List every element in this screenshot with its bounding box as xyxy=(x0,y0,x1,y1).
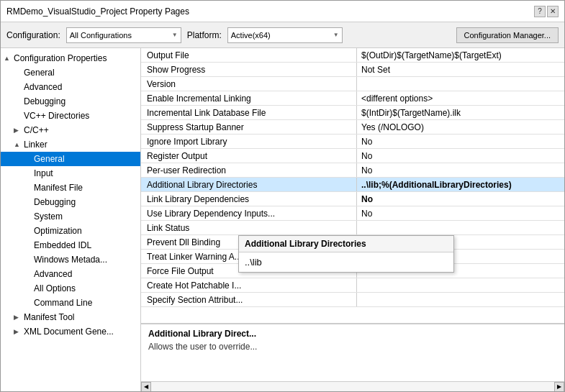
prop-row-7[interactable]: Register OutputNo xyxy=(141,149,564,163)
tree-label-xml-doc: XML Document Gene... xyxy=(24,327,114,337)
prop-value-8: No xyxy=(357,163,564,177)
main-content: ▲Configuration PropertiesGeneralAdvanced… xyxy=(1,48,564,391)
prop-row-12[interactable]: Link Status xyxy=(141,221,564,235)
tree-item-debugging[interactable]: Debugging xyxy=(1,94,140,109)
tree-item-linker-debugging[interactable]: Debugging xyxy=(1,195,140,209)
property-panel: Output File$(OutDir)$(TargetName)$(Targe… xyxy=(141,48,564,391)
tooltip-value: ..\lib xyxy=(239,252,453,272)
expand-icon-linker: ▲ xyxy=(14,141,24,148)
tree-item-linker-advanced[interactable]: Advanced xyxy=(1,267,140,281)
desc-title: Additional Library Direct... xyxy=(148,329,557,339)
expand-icon-manifest-tool: ▶ xyxy=(14,314,24,321)
prop-name-6: Ignore Import Library xyxy=(141,135,357,148)
prop-value-1: Not Set xyxy=(357,63,564,76)
title-bar: RMDemo_VisualStudio_Project Property Pag… xyxy=(1,1,564,22)
tree-label-linker-all-options: All Options xyxy=(34,283,76,293)
prop-value-7: No xyxy=(357,149,564,163)
prop-row-0[interactable]: Output File$(OutDir)$(TargetName)$(Targe… xyxy=(141,48,564,63)
prop-row-3[interactable]: Enable Incremental Linking<different opt… xyxy=(141,91,564,106)
prop-value-6: No xyxy=(357,135,564,148)
help-button[interactable]: ? xyxy=(534,6,546,17)
tree-item-linker-all-options[interactable]: All Options xyxy=(1,281,140,296)
tree-label-linker-advanced: Advanced xyxy=(34,269,72,279)
prop-name-11: Use Library Dependency Inputs... xyxy=(141,206,357,220)
configuration-dropdown[interactable]: All Configurations ▼ xyxy=(66,27,181,43)
expand-icon-xml-doc: ▶ xyxy=(14,328,24,335)
prop-name-10: Link Library Dependencies xyxy=(141,192,357,206)
tree-item-vc-dirs[interactable]: VC++ Directories xyxy=(1,109,140,123)
prop-name-4: Incremental Link Database File xyxy=(141,106,357,119)
desc-text: Allows the user to override... xyxy=(148,342,557,352)
tree-item-linker-manifest[interactable]: Manifest File xyxy=(1,181,140,195)
scroll-right-button[interactable]: ▶ xyxy=(554,382,564,392)
tree-label-debugging: Debugging xyxy=(24,96,65,106)
scroll-left-button[interactable]: ◀ xyxy=(141,382,151,392)
horizontal-scrollbar[interactable]: ◀ ▶ xyxy=(141,381,564,391)
prop-row-4[interactable]: Incremental Link Database File$(IntDir)$… xyxy=(141,106,564,120)
tree-item-linker[interactable]: ▲Linker xyxy=(1,137,140,152)
tree-label-linker-optimization: Optimization xyxy=(34,226,82,236)
tree-label-linker-general: General xyxy=(34,154,65,164)
scroll-track[interactable] xyxy=(151,382,554,392)
tree-label-general: General xyxy=(24,68,55,78)
tree-label-advanced: Advanced xyxy=(24,82,62,92)
configuration-manager-button[interactable]: Configuration Manager... xyxy=(456,27,559,43)
prop-row-10[interactable]: Link Library DependenciesNo xyxy=(141,192,564,206)
prop-row-17[interactable]: Specify Section Attribut... xyxy=(141,293,564,307)
prop-name-2: Version xyxy=(141,77,357,91)
tree-label-linker-command-line: Command Line xyxy=(34,298,92,308)
prop-name-5: Suppress Startup Banner xyxy=(141,120,357,134)
tree-item-c-cpp[interactable]: ▶C/C++ xyxy=(1,123,140,137)
close-button[interactable]: ✕ xyxy=(547,6,559,17)
prop-row-9[interactable]: Additional Library Directories..\lib;%(A… xyxy=(141,178,564,192)
tree-item-linker-windows-meta[interactable]: Windows Metada... xyxy=(1,252,140,267)
platform-dropdown-arrow: ▼ xyxy=(333,32,339,38)
prop-name-9: Additional Library Directories xyxy=(141,178,357,191)
tree-item-linker-general[interactable]: General xyxy=(1,152,140,166)
tree-item-general[interactable]: General xyxy=(1,65,140,80)
expand-icon-config-props: ▲ xyxy=(4,55,14,62)
tree-label-linker-system: System xyxy=(34,211,63,222)
tree-label-manifest-tool: Manifest Tool xyxy=(24,312,74,322)
title-buttons: ? ✕ xyxy=(534,6,559,17)
tree-item-advanced[interactable]: Advanced xyxy=(1,80,140,94)
tree-item-linker-input[interactable]: Input xyxy=(1,166,140,181)
prop-name-7: Register Output xyxy=(141,149,357,163)
tooltip-popup: Additional Library Directories ..\lib xyxy=(238,235,454,273)
tree-item-linker-embedded-idl[interactable]: Embedded IDL xyxy=(1,238,140,252)
main-window: RMDemo_VisualStudio_Project Property Pag… xyxy=(0,0,565,392)
tree-item-linker-optimization[interactable]: Optimization xyxy=(1,224,140,238)
tree-panel: ▲Configuration PropertiesGeneralAdvanced… xyxy=(1,48,141,391)
prop-row-2[interactable]: Version xyxy=(141,77,564,91)
tree-label-linker-embedded-idl: Embedded IDL xyxy=(34,240,91,250)
tree-item-config-props[interactable]: ▲Configuration Properties xyxy=(1,51,140,65)
tree-item-linker-command-line[interactable]: Command Line xyxy=(1,296,140,310)
tree-label-linker-debugging: Debugging xyxy=(34,197,76,207)
tree-label-linker: Linker xyxy=(24,140,48,150)
prop-row-8[interactable]: Per-user RedirectionNo xyxy=(141,163,564,178)
prop-value-5: Yes (/NOLOGO) xyxy=(357,120,564,134)
prop-value-4: $(IntDir)$(TargetName).ilk xyxy=(357,106,564,119)
prop-row-6[interactable]: Ignore Import LibraryNo xyxy=(141,135,564,149)
tree-item-linker-system[interactable]: System xyxy=(1,209,140,224)
prop-value-11: No xyxy=(357,206,564,220)
prop-value-0: $(OutDir)$(TargetName)$(TargetExt) xyxy=(357,48,564,62)
tree-label-linker-input: Input xyxy=(34,168,53,178)
tree-label-linker-windows-meta: Windows Metada... xyxy=(34,255,107,265)
prop-name-3: Enable Incremental Linking xyxy=(141,91,357,105)
prop-row-1[interactable]: Show ProgressNot Set xyxy=(141,63,564,77)
config-dropdown-arrow: ▼ xyxy=(172,32,178,38)
prop-row-5[interactable]: Suppress Startup BannerYes (/NOLOGO) xyxy=(141,120,564,135)
platform-label: Platform: xyxy=(187,30,222,40)
prop-name-12: Link Status xyxy=(141,221,357,234)
tree-label-config-props: Configuration Properties xyxy=(14,53,107,63)
prop-value-16 xyxy=(357,278,564,292)
prop-row-11[interactable]: Use Library Dependency Inputs...No xyxy=(141,206,564,221)
tree-item-manifest-tool[interactable]: ▶Manifest Tool xyxy=(1,310,140,324)
platform-dropdown[interactable]: Active(x64) ▼ xyxy=(227,27,343,43)
prop-row-16[interactable]: Create Hot Patchable I... xyxy=(141,278,564,293)
tree-item-xml-doc[interactable]: ▶XML Document Gene... xyxy=(1,324,140,339)
tree-label-c-cpp: C/C++ xyxy=(24,125,49,135)
prop-name-8: Per-user Redirection xyxy=(141,163,357,177)
prop-name-17: Specify Section Attribut... xyxy=(141,293,357,306)
